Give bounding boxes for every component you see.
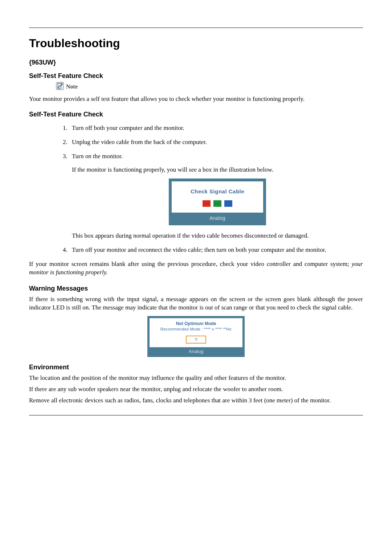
page-title: Troubleshooting [29,37,363,50]
osd2-line2: Recommended Mode : **** x **** **Hz [152,327,240,331]
swatch-red [203,200,211,207]
step-2: Unplug the video cable from the back of … [69,138,363,147]
osd1-title: Check Signal Cable [174,188,261,195]
env-p2: If there are any sub woofer speakers nea… [29,385,363,394]
osd2-panel: Not Optimum Mode Recommended Mode : ****… [150,318,242,347]
page: Troubleshooting {963UW} Self-Test Featur… [0,0,392,444]
section-self-test-1: Self-Test Feature Check [29,72,363,80]
bottom-rule [29,415,363,415]
env-p3: Remove all electronic devices such as ra… [29,397,363,405]
step-4: Turn off your monitor and reconnect the … [69,246,363,254]
note-body: Your monitor provides a self test featur… [29,95,363,103]
step-1-text: Turn off both your computer and the moni… [72,124,184,131]
figure-check-signal: Check Signal Cable Analog [169,178,266,225]
figure-not-optimum-wrap: Not Optimum Mode Recommended Mode : ****… [29,316,363,357]
step-3-text: Turn on the monitor. [72,153,123,160]
section-warning: Warning Messages [29,285,363,292]
section-environment: Environment [29,364,363,371]
osd2-footer: Analog [150,347,242,355]
top-rule [29,28,363,28]
osd1-panel: Check Signal Cable [172,181,263,213]
swatch-blue [224,200,232,207]
note-row: Note [56,82,363,90]
after-steps-pre: If your monitor screen remains blank aft… [29,260,352,267]
figure-not-optimum: Not Optimum Mode Recommended Mode : ****… [147,316,245,357]
step-1: Turn off both your computer and the moni… [69,124,363,132]
section-self-test-2: Self-Test Feature Check [29,111,363,118]
step-3-after: If the monitor is functioning properly, … [72,166,363,174]
swatch-green [213,200,221,207]
osd2-line1: Not Optimum Mode [152,321,240,326]
note-icon [56,82,64,90]
env-p1: The location and the position of the mon… [29,374,363,382]
osd2-question: ? [186,336,206,344]
after-steps-para: If your monitor screen remains blank aft… [29,260,363,277]
procedure-list: Turn off both your computer and the moni… [56,124,363,254]
step-2-text: Unplug the video cable from the back of … [72,139,207,145]
step-3: Turn on the monitor. If the monitor is f… [69,152,363,240]
warning-body: If there is something wrong with the inp… [29,295,363,312]
osd1-footer: Analog [172,213,263,222]
step-3-after2: This box appears during normal operation… [72,232,363,240]
osd1-swatches [174,200,261,207]
step-4-text: Turn off your monitor and reconnect the … [72,246,326,253]
note-label: Note [66,83,78,90]
figure-check-signal-wrap: Check Signal Cable Analog [72,178,363,225]
model-heading: {963UW} [29,59,363,66]
